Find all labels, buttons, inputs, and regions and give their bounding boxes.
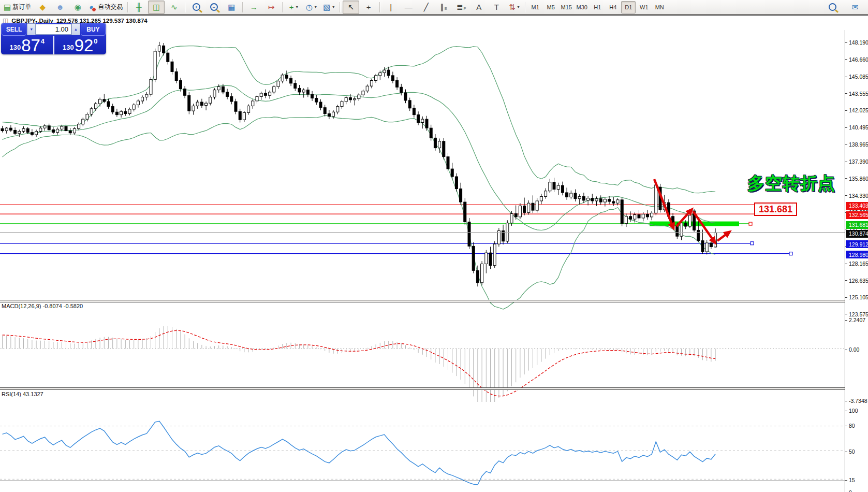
- new-order-button-label: 新订单: [12, 3, 31, 11]
- signals-icon-button[interactable]: ◉: [69, 1, 86, 14]
- candlestick-chart-button[interactable]: ◫: [148, 1, 165, 14]
- bollinger-middle-band: [3, 85, 716, 230]
- tile-windows-icon: ▦: [228, 3, 235, 11]
- zoom-out-button[interactable]: −: [205, 1, 222, 14]
- trend-arrow[interactable]: [717, 232, 729, 241]
- rsi-tick-50: 50: [845, 448, 868, 455]
- market-watch-icon-button[interactable]: ◆: [34, 1, 51, 14]
- toolbar-separator: [127, 2, 128, 12]
- toolbar: ▤新订单◆☻◉●自动交易╫◫∿+−▦→↦+▾◷▾▧▾↖+|—╱∥E≣FAT⇅▾M…: [0, 0, 868, 15]
- autotrading-button-label: 自动交易: [98, 3, 123, 11]
- equidistant-channel-button[interactable]: ∥E: [435, 1, 452, 14]
- timeframe-d1-button[interactable]: D1: [621, 1, 636, 13]
- level-line-handle[interactable]: [751, 242, 754, 245]
- trend-arrow[interactable]: [693, 211, 715, 242]
- volume-decrease-button[interactable]: ▼: [27, 23, 36, 35]
- level-line-handle[interactable]: [749, 222, 752, 225]
- text-label-button[interactable]: T: [488, 1, 505, 14]
- new-order-icon: ▤: [4, 3, 11, 11]
- community-icon-icon: ☻: [56, 3, 64, 11]
- search-button[interactable]: [824, 1, 841, 14]
- crosshair-icon: +: [366, 3, 371, 11]
- text-button[interactable]: A: [470, 1, 487, 14]
- zoom-in-button[interactable]: +: [188, 1, 204, 14]
- arrows-button-caret[interactable]: ▾: [518, 5, 520, 9]
- sell-price-display[interactable]: 130874: [1, 36, 54, 54]
- chat-button[interactable]: ✉: [847, 1, 863, 14]
- indicators-button[interactable]: +▾: [285, 1, 302, 14]
- turning-point-annotation[interactable]: 多空转折点: [747, 172, 835, 195]
- timeframe-m15-button[interactable]: M15: [559, 1, 573, 13]
- rsi-line: [3, 421, 716, 485]
- rsi-value: 43.1327: [23, 391, 43, 397]
- timeframe-mn-button[interactable]: MN: [652, 1, 667, 13]
- fibonacci-button[interactable]: ≣F: [453, 1, 469, 14]
- timeframe-m5-button[interactable]: M5: [543, 1, 558, 13]
- templates-button-caret[interactable]: ▾: [332, 5, 334, 9]
- auto-scroll-button[interactable]: →: [245, 1, 262, 14]
- chart-window[interactable]: 148.190146.660145.085143.555142.025140.4…: [0, 15, 868, 492]
- toolbar-separator: [379, 2, 380, 12]
- price-tick-126.635: 126.635: [845, 277, 868, 284]
- rsi-panel-splitter[interactable]: [0, 387, 868, 390]
- line-chart-button[interactable]: ∿: [166, 1, 182, 14]
- autotrading-status-dot: [92, 7, 96, 12]
- vertical-line-button[interactable]: |: [382, 1, 399, 14]
- trendline-button[interactable]: ╱: [418, 1, 434, 14]
- price-badge-131.681: 131.681: [846, 221, 868, 229]
- chart-shift-button[interactable]: ↦: [263, 1, 279, 14]
- equidistant-channel-icon: ∥: [440, 3, 444, 11]
- rsi-canvas[interactable]: [0, 404, 845, 492]
- periods-button-caret[interactable]: ▾: [315, 5, 317, 9]
- one-click-trading-panel: SELL ▼ 1.00 ▲ BUY 130874 130920: [1, 23, 106, 54]
- price-tick-135.860: 135.860: [845, 175, 868, 182]
- price-badge-130.874: 130.874: [846, 230, 868, 238]
- periods-icon: ◷: [306, 3, 313, 11]
- templates-button[interactable]: ▧▾: [320, 1, 337, 14]
- sell-button[interactable]: SELL: [2, 23, 26, 36]
- timeframe-h4-button[interactable]: H4: [606, 1, 620, 13]
- support-level-price-label[interactable]: 131.681: [754, 202, 797, 216]
- indicators-icon: +: [289, 3, 294, 11]
- auto-scroll-icon: →: [250, 3, 258, 11]
- candles-series: [1, 42, 717, 286]
- timeframe-w1-button[interactable]: W1: [637, 1, 651, 13]
- zoom-in-icon: +: [193, 3, 200, 11]
- line-chart-icon: ∿: [171, 3, 178, 11]
- date-axis-border: [0, 481, 868, 481]
- cursor-icon: ↖: [348, 3, 355, 11]
- cursor-button[interactable]: ↖: [343, 1, 359, 14]
- timeframe-h1-button[interactable]: H1: [590, 1, 605, 13]
- timeframe-m30-button[interactable]: M30: [575, 1, 589, 13]
- text-icon: A: [476, 3, 481, 11]
- rsi-tick-100: 100: [845, 407, 868, 414]
- indicators-button-caret[interactable]: ▾: [296, 5, 298, 9]
- community-icon-button[interactable]: ☻: [52, 1, 68, 14]
- candlestick-chart-icon: ◫: [153, 3, 160, 11]
- horizontal-line-button[interactable]: —: [400, 1, 417, 14]
- periods-button[interactable]: ◷▾: [303, 1, 319, 14]
- autotrading-button[interactable]: ●自动交易: [87, 1, 125, 14]
- arrows-button[interactable]: ⇅▾: [506, 1, 522, 14]
- price-tick-143.555: 143.555: [845, 90, 868, 97]
- macd-panel-splitter[interactable]: [0, 300, 868, 302]
- tile-windows-button[interactable]: ▦: [223, 1, 240, 14]
- new-order-button[interactable]: ▤新订单: [2, 1, 33, 14]
- toolbar-separator: [340, 2, 340, 12]
- volume-increase-button[interactable]: ▲: [71, 23, 80, 35]
- price-badge-132.565: 132.565: [846, 211, 868, 219]
- rsi-tick-80: 80: [845, 422, 868, 429]
- level-line-handle[interactable]: [789, 252, 792, 255]
- bar-chart-button[interactable]: ╫: [130, 1, 147, 14]
- volume-input[interactable]: 1.00: [36, 24, 71, 35]
- market-watch-icon-icon: ◆: [39, 3, 46, 11]
- price-tick-125.105: 125.105: [845, 294, 868, 301]
- timeframe-m1-button[interactable]: M1: [528, 1, 542, 13]
- price-axis[interactable]: 148.190146.660145.085143.555142.025140.4…: [845, 30, 868, 492]
- main-chart-canvas[interactable]: [0, 30, 845, 314]
- buy-price-display[interactable]: 130920: [54, 36, 107, 54]
- buy-button[interactable]: BUY: [81, 23, 106, 36]
- toolbar-separator: [242, 2, 243, 12]
- price-tick-145.085: 145.085: [845, 73, 868, 80]
- crosshair-button[interactable]: +: [360, 1, 377, 14]
